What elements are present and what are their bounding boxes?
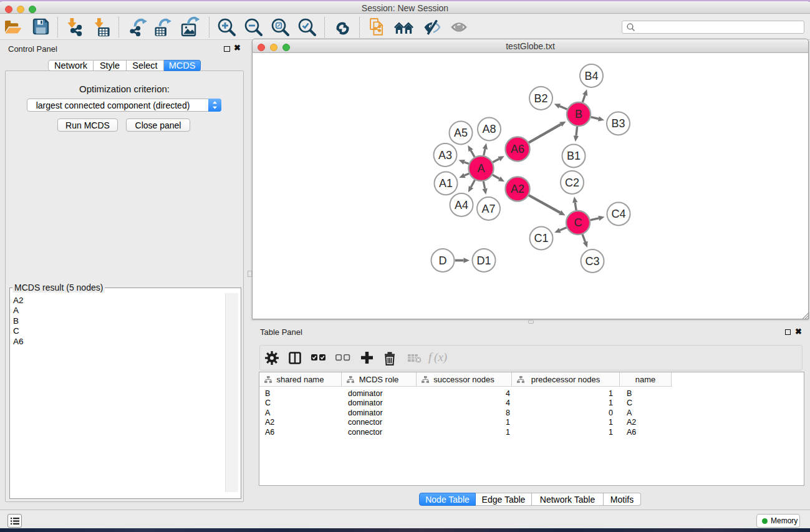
svg-text:A7: A7 xyxy=(481,203,495,215)
svg-text:A: A xyxy=(477,162,485,175)
svg-text:B1: B1 xyxy=(567,150,581,162)
svg-text:B4: B4 xyxy=(584,70,598,82)
svg-text:C4: C4 xyxy=(611,208,625,220)
svg-text:B3: B3 xyxy=(611,117,625,130)
svg-text:A3: A3 xyxy=(438,149,452,162)
svg-text:C1: C1 xyxy=(534,232,548,244)
svg-text:D1: D1 xyxy=(476,254,491,267)
svg-text:C: C xyxy=(574,216,582,229)
svg-text:A4: A4 xyxy=(455,199,468,211)
svg-text:C2: C2 xyxy=(565,177,579,189)
svg-text:C3: C3 xyxy=(585,255,599,268)
svg-text:D: D xyxy=(439,254,447,267)
svg-text:A1: A1 xyxy=(439,177,453,190)
svg-text:A8: A8 xyxy=(482,123,496,135)
svg-text:B: B xyxy=(575,108,582,120)
svg-text:A6: A6 xyxy=(511,143,524,155)
svg-text:A5: A5 xyxy=(454,127,468,139)
svg-text:B2: B2 xyxy=(534,92,547,105)
svg-text:A2: A2 xyxy=(511,183,524,195)
